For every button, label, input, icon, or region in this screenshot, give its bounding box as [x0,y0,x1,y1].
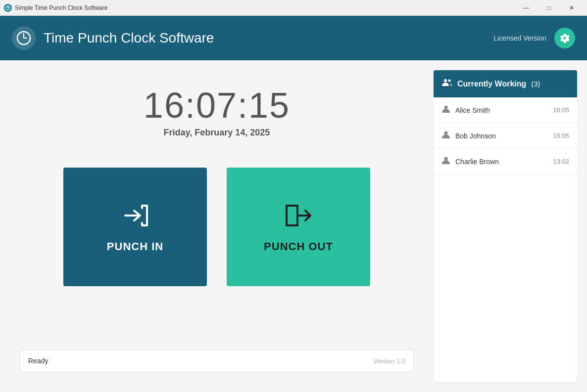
main-content: 16:07:15 Friday, February 14, 2025 PUNCH… [0,60,587,392]
status-text: Ready [28,357,48,365]
people-icon [441,77,452,90]
punch-buttons: PUNCH IN PUNCH OUT [63,168,370,286]
right-panel: Currently Working (3) Alice Smith 16:05 [434,70,577,382]
header-left: Time Punch Clock Software [12,26,214,50]
worker-name: Charlie Brown [455,158,548,166]
worker-time: 16:05 [553,106,569,114]
clock-date: Friday, February 14, 2025 [144,128,290,138]
punch-in-button[interactable]: PUNCH IN [63,168,207,286]
svg-point-8 [444,79,447,82]
minimize-button[interactable]: — [515,0,538,16]
worker-item: Bob Johnson 16:05 [434,123,577,149]
title-bar-controls: — □ ✕ [515,0,583,16]
punch-out-icon [284,201,313,230]
title-bar-left: Simple Time Punch Clock Software [4,4,107,12]
person-icon [441,104,450,116]
worker-item: Alice Smith 16:05 [434,97,577,123]
close-button[interactable]: ✕ [560,0,583,16]
person-icon [441,156,450,167]
worker-name: Alice Smith [455,106,548,114]
svg-point-10 [444,106,448,109]
header-right: Licensed Version [493,28,575,48]
window-title: Simple Time Punch Clock Software [15,4,107,11]
clock-icon [12,26,36,50]
punch-in-icon [120,201,150,230]
worker-name: Bob Johnson [455,132,548,140]
worker-list: Alice Smith 16:05 Bob Johnson 16:05 Char… [434,97,577,174]
version-text: Version 1.0 [373,357,405,365]
svg-point-11 [444,131,448,135]
licensed-label: Licensed Version [493,34,546,42]
clock-time: 16:07:15 [144,85,290,126]
punch-in-label: PUNCH IN [107,240,163,253]
currently-working-header: Currently Working (3) [434,70,577,97]
worker-time: 16:05 [553,132,569,139]
app-header: Time Punch Clock Software Licensed Versi… [0,16,587,60]
person-icon [441,130,450,141]
maximize-button[interactable]: □ [538,0,560,16]
worker-time: 13:02 [553,158,569,165]
status-bar: Ready Version 1.0 [20,349,414,372]
svg-point-12 [444,157,448,161]
currently-working-count: (3) [531,80,540,88]
app-small-icon [4,4,12,12]
currently-working-title: Currently Working [457,80,526,88]
settings-button[interactable] [554,28,575,48]
punch-out-label: PUNCH OUT [264,240,333,253]
app-title: Time Punch Clock Software [44,30,214,46]
title-bar: Simple Time Punch Clock Software — □ ✕ [0,0,587,16]
svg-point-9 [448,80,451,82]
worker-item: Charlie Brown 13:02 [434,149,577,174]
clock-display: 16:07:15 Friday, February 14, 2025 [144,85,290,138]
left-panel: 16:07:15 Friday, February 14, 2025 PUNCH… [0,60,434,392]
punch-out-button[interactable]: PUNCH OUT [227,168,370,286]
